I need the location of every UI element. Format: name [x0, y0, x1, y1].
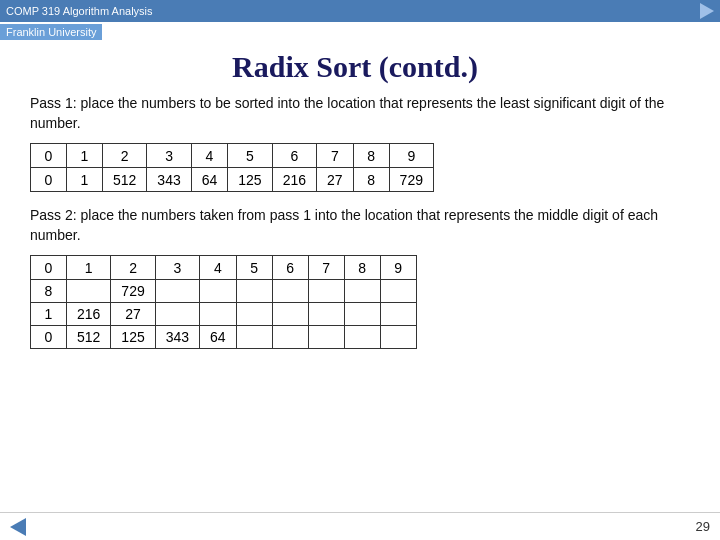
table-cell: [236, 326, 272, 349]
table-cell: [236, 303, 272, 326]
table-cell: [308, 326, 344, 349]
page-number: 29: [696, 519, 710, 534]
table-cell: 9: [389, 144, 433, 168]
table-cell: 512: [103, 168, 147, 192]
back-arrow[interactable]: [10, 518, 26, 536]
table-cell: [380, 303, 416, 326]
table-cell: 7: [317, 144, 354, 168]
pass2-table: 0123456789 8729 121627 051212534364: [30, 255, 417, 349]
table-cell: [200, 303, 237, 326]
table-cell: [308, 303, 344, 326]
table-cell: 6: [272, 144, 316, 168]
table-cell: [344, 280, 380, 303]
pass2-data-row-3: 051212534364: [31, 326, 417, 349]
table-cell: 2: [103, 144, 147, 168]
main-content: Radix Sort (contd.) Pass 1: place the nu…: [0, 40, 720, 373]
table-cell: 5: [228, 144, 272, 168]
table-cell: 8: [353, 168, 389, 192]
table-cell: 8: [353, 144, 389, 168]
table-cell: 216: [272, 168, 316, 192]
table-cell: [155, 303, 199, 326]
table-cell: 0: [31, 326, 67, 349]
table-cell: [344, 326, 380, 349]
pass2-description: Pass 2: place the numbers taken from pas…: [30, 206, 680, 245]
table-cell: 8: [344, 256, 380, 280]
table-cell: 0: [31, 168, 67, 192]
table-cell: [272, 280, 308, 303]
table-cell: 343: [147, 168, 191, 192]
table-cell: 125: [228, 168, 272, 192]
table-cell: 1: [67, 168, 103, 192]
table-cell: 9: [380, 256, 416, 280]
pass2-data-row-1: 8729: [31, 280, 417, 303]
pass1-description: Pass 1: place the numbers to be sorted i…: [30, 94, 680, 133]
table-cell: 27: [317, 168, 354, 192]
top-bar-arrow: [700, 3, 714, 19]
pass1-table: 0123456789 0151234364125216278729: [30, 143, 434, 192]
table-cell: 8: [31, 280, 67, 303]
pass2-data-row-2: 121627: [31, 303, 417, 326]
institution-bar: Franklin University: [0, 24, 102, 40]
table-cell: 7: [308, 256, 344, 280]
table-cell: [380, 326, 416, 349]
table-cell: 729: [111, 280, 155, 303]
table-cell: [200, 280, 237, 303]
table-cell: 216: [67, 303, 111, 326]
table-cell: 6: [272, 256, 308, 280]
table-cell: 27: [111, 303, 155, 326]
institution-name: Franklin University: [6, 26, 96, 38]
table-cell: 0: [31, 256, 67, 280]
table-cell: 4: [191, 144, 228, 168]
table-cell: [155, 280, 199, 303]
table-cell: 5: [236, 256, 272, 280]
table-cell: 64: [191, 168, 228, 192]
table-cell: [236, 280, 272, 303]
table-cell: 512: [67, 326, 111, 349]
table-cell: [272, 303, 308, 326]
table-cell: [67, 280, 111, 303]
table-cell: 3: [155, 256, 199, 280]
pass1-data-row: 0151234364125216278729: [31, 168, 434, 192]
table-cell: [380, 280, 416, 303]
table-cell: 64: [200, 326, 237, 349]
page-title: Radix Sort (contd.): [30, 50, 680, 84]
top-bar: COMP 319 Algorithm Analysis: [0, 0, 720, 22]
table-cell: 0: [31, 144, 67, 168]
table-cell: 3: [147, 144, 191, 168]
table-cell: [308, 280, 344, 303]
table-cell: 4: [200, 256, 237, 280]
table-cell: 1: [31, 303, 67, 326]
table-cell: 1: [67, 256, 111, 280]
table-cell: 1: [67, 144, 103, 168]
table-cell: 2: [111, 256, 155, 280]
table-cell: [344, 303, 380, 326]
pass2-header-row: 0123456789: [31, 256, 417, 280]
bottom-bar: 29: [0, 512, 720, 540]
table-cell: 125: [111, 326, 155, 349]
course-title: COMP 319 Algorithm Analysis: [6, 5, 153, 17]
table-cell: [272, 326, 308, 349]
pass1-header-row: 0123456789: [31, 144, 434, 168]
table-cell: 343: [155, 326, 199, 349]
table-cell: 729: [389, 168, 433, 192]
